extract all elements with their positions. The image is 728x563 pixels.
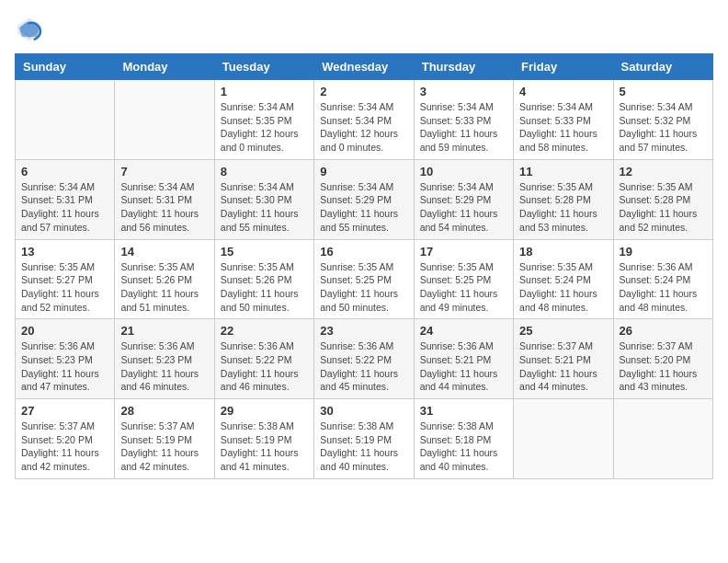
day-info: Sunrise: 5:35 AM Sunset: 5:25 PM Dayligh… bbox=[420, 260, 507, 315]
day-number: 30 bbox=[320, 404, 407, 418]
weekday-header-monday: Monday bbox=[115, 54, 214, 80]
day-info: Sunrise: 5:34 AM Sunset: 5:35 PM Dayligh… bbox=[221, 100, 308, 155]
day-info: Sunrise: 5:35 AM Sunset: 5:25 PM Dayligh… bbox=[320, 260, 407, 315]
calendar-week-row: 13Sunrise: 5:35 AM Sunset: 5:27 PM Dayli… bbox=[16, 239, 713, 319]
calendar-cell: 13Sunrise: 5:35 AM Sunset: 5:27 PM Dayli… bbox=[16, 239, 115, 319]
weekday-header-saturday: Saturday bbox=[613, 54, 712, 80]
calendar-cell: 6Sunrise: 5:34 AM Sunset: 5:31 PM Daylig… bbox=[16, 159, 115, 239]
day-info: Sunrise: 5:36 AM Sunset: 5:23 PM Dayligh… bbox=[21, 339, 108, 394]
day-info: Sunrise: 5:34 AM Sunset: 5:31 PM Dayligh… bbox=[120, 180, 208, 235]
day-info: Sunrise: 5:37 AM Sunset: 5:20 PM Dayligh… bbox=[620, 339, 707, 394]
day-info: Sunrise: 5:37 AM Sunset: 5:21 PM Dayligh… bbox=[519, 339, 607, 394]
day-number: 21 bbox=[120, 324, 208, 338]
day-info: Sunrise: 5:34 AM Sunset: 5:32 PM Dayligh… bbox=[620, 100, 707, 155]
day-info: Sunrise: 5:35 AM Sunset: 5:24 PM Dayligh… bbox=[519, 260, 607, 315]
day-number: 8 bbox=[221, 165, 308, 178]
calendar-cell: 30Sunrise: 5:38 AM Sunset: 5:19 PM Dayli… bbox=[314, 399, 414, 479]
day-number: 24 bbox=[420, 324, 507, 338]
calendar-cell bbox=[115, 80, 214, 160]
calendar-cell: 16Sunrise: 5:35 AM Sunset: 5:25 PM Dayli… bbox=[314, 239, 414, 319]
day-number: 9 bbox=[320, 165, 407, 178]
weekday-header-row: SundayMondayTuesdayWednesdayThursdayFrid… bbox=[16, 54, 713, 80]
day-number: 28 bbox=[120, 404, 208, 418]
day-info: Sunrise: 5:37 AM Sunset: 5:20 PM Dayligh… bbox=[21, 419, 108, 474]
weekday-header-wednesday: Wednesday bbox=[314, 54, 414, 80]
calendar-week-row: 20Sunrise: 5:36 AM Sunset: 5:23 PM Dayli… bbox=[16, 319, 713, 399]
day-info: Sunrise: 5:35 AM Sunset: 5:28 PM Dayligh… bbox=[620, 180, 707, 235]
calendar-cell: 26Sunrise: 5:37 AM Sunset: 5:20 PM Dayli… bbox=[613, 319, 712, 399]
day-info: Sunrise: 5:36 AM Sunset: 5:22 PM Dayligh… bbox=[320, 339, 407, 394]
calendar-cell: 27Sunrise: 5:37 AM Sunset: 5:20 PM Dayli… bbox=[16, 399, 115, 479]
calendar-cell bbox=[16, 80, 115, 160]
calendar-cell: 21Sunrise: 5:36 AM Sunset: 5:23 PM Dayli… bbox=[115, 319, 214, 399]
day-info: Sunrise: 5:34 AM Sunset: 5:34 PM Dayligh… bbox=[320, 100, 407, 155]
calendar-cell: 19Sunrise: 5:36 AM Sunset: 5:24 PM Dayli… bbox=[613, 239, 712, 319]
calendar-cell: 20Sunrise: 5:36 AM Sunset: 5:23 PM Dayli… bbox=[16, 319, 115, 399]
day-info: Sunrise: 5:36 AM Sunset: 5:23 PM Dayligh… bbox=[120, 339, 208, 394]
day-info: Sunrise: 5:38 AM Sunset: 5:19 PM Dayligh… bbox=[221, 419, 308, 474]
calendar-cell: 7Sunrise: 5:34 AM Sunset: 5:31 PM Daylig… bbox=[115, 159, 214, 239]
weekday-header-sunday: Sunday bbox=[16, 54, 115, 80]
day-number: 19 bbox=[620, 245, 707, 259]
day-info: Sunrise: 5:34 AM Sunset: 5:33 PM Dayligh… bbox=[519, 100, 607, 155]
logo bbox=[15, 15, 50, 44]
calendar-cell: 15Sunrise: 5:35 AM Sunset: 5:26 PM Dayli… bbox=[214, 239, 313, 319]
calendar-cell: 3Sunrise: 5:34 AM Sunset: 5:33 PM Daylig… bbox=[414, 80, 513, 160]
day-number: 31 bbox=[420, 404, 507, 418]
weekday-header-thursday: Thursday bbox=[414, 54, 513, 80]
day-number: 2 bbox=[320, 85, 407, 98]
day-info: Sunrise: 5:35 AM Sunset: 5:26 PM Dayligh… bbox=[120, 260, 208, 315]
calendar-body: 1Sunrise: 5:34 AM Sunset: 5:35 PM Daylig… bbox=[16, 80, 713, 479]
day-number: 4 bbox=[519, 85, 607, 98]
calendar-cell: 18Sunrise: 5:35 AM Sunset: 5:24 PM Dayli… bbox=[514, 239, 613, 319]
day-info: Sunrise: 5:37 AM Sunset: 5:19 PM Dayligh… bbox=[120, 419, 208, 474]
calendar-header: SundayMondayTuesdayWednesdayThursdayFrid… bbox=[16, 54, 713, 80]
day-number: 11 bbox=[519, 165, 607, 178]
day-info: Sunrise: 5:34 AM Sunset: 5:30 PM Dayligh… bbox=[221, 180, 308, 235]
day-number: 14 bbox=[120, 245, 208, 259]
header bbox=[15, 15, 713, 44]
calendar-cell: 1Sunrise: 5:34 AM Sunset: 5:35 PM Daylig… bbox=[214, 80, 313, 160]
calendar-week-row: 6Sunrise: 5:34 AM Sunset: 5:31 PM Daylig… bbox=[16, 159, 713, 239]
calendar-cell: 12Sunrise: 5:35 AM Sunset: 5:28 PM Dayli… bbox=[613, 159, 712, 239]
day-info: Sunrise: 5:35 AM Sunset: 5:26 PM Dayligh… bbox=[221, 260, 308, 315]
day-number: 12 bbox=[620, 165, 707, 178]
day-info: Sunrise: 5:36 AM Sunset: 5:24 PM Dayligh… bbox=[620, 260, 707, 315]
logo-icon bbox=[15, 15, 44, 44]
calendar-week-row: 1Sunrise: 5:34 AM Sunset: 5:35 PM Daylig… bbox=[16, 80, 713, 160]
day-number: 25 bbox=[519, 324, 607, 338]
day-number: 20 bbox=[21, 324, 108, 338]
calendar-cell: 31Sunrise: 5:38 AM Sunset: 5:18 PM Dayli… bbox=[414, 399, 513, 479]
day-number: 16 bbox=[320, 245, 407, 259]
calendar-cell: 5Sunrise: 5:34 AM Sunset: 5:32 PM Daylig… bbox=[613, 80, 712, 160]
day-info: Sunrise: 5:38 AM Sunset: 5:19 PM Dayligh… bbox=[320, 419, 407, 474]
day-number: 1 bbox=[221, 85, 308, 98]
day-number: 17 bbox=[420, 245, 507, 259]
day-info: Sunrise: 5:34 AM Sunset: 5:31 PM Dayligh… bbox=[21, 180, 108, 235]
day-number: 6 bbox=[21, 165, 108, 178]
calendar-cell: 25Sunrise: 5:37 AM Sunset: 5:21 PM Dayli… bbox=[514, 319, 613, 399]
calendar-cell: 4Sunrise: 5:34 AM Sunset: 5:33 PM Daylig… bbox=[514, 80, 613, 160]
calendar-cell: 17Sunrise: 5:35 AM Sunset: 5:25 PM Dayli… bbox=[414, 239, 513, 319]
day-info: Sunrise: 5:36 AM Sunset: 5:21 PM Dayligh… bbox=[420, 339, 507, 394]
calendar-table: SundayMondayTuesdayWednesdayThursdayFrid… bbox=[15, 53, 713, 479]
calendar-cell: 28Sunrise: 5:37 AM Sunset: 5:19 PM Dayli… bbox=[115, 399, 214, 479]
calendar-cell: 14Sunrise: 5:35 AM Sunset: 5:26 PM Dayli… bbox=[115, 239, 214, 319]
day-number: 22 bbox=[221, 324, 308, 338]
day-number: 26 bbox=[620, 324, 707, 338]
day-info: Sunrise: 5:35 AM Sunset: 5:28 PM Dayligh… bbox=[519, 180, 607, 235]
day-number: 13 bbox=[21, 245, 108, 259]
day-number: 3 bbox=[420, 85, 507, 98]
day-info: Sunrise: 5:36 AM Sunset: 5:22 PM Dayligh… bbox=[221, 339, 308, 394]
calendar-cell: 8Sunrise: 5:34 AM Sunset: 5:30 PM Daylig… bbox=[214, 159, 313, 239]
day-info: Sunrise: 5:38 AM Sunset: 5:18 PM Dayligh… bbox=[420, 419, 507, 474]
day-number: 10 bbox=[420, 165, 507, 178]
day-number: 5 bbox=[620, 85, 707, 98]
calendar-cell: 11Sunrise: 5:35 AM Sunset: 5:28 PM Dayli… bbox=[514, 159, 613, 239]
day-number: 7 bbox=[120, 165, 208, 178]
day-number: 23 bbox=[320, 324, 407, 338]
day-info: Sunrise: 5:35 AM Sunset: 5:27 PM Dayligh… bbox=[21, 260, 108, 315]
day-number: 27 bbox=[21, 404, 108, 418]
calendar-cell: 24Sunrise: 5:36 AM Sunset: 5:21 PM Dayli… bbox=[414, 319, 513, 399]
calendar-cell: 29Sunrise: 5:38 AM Sunset: 5:19 PM Dayli… bbox=[214, 399, 313, 479]
